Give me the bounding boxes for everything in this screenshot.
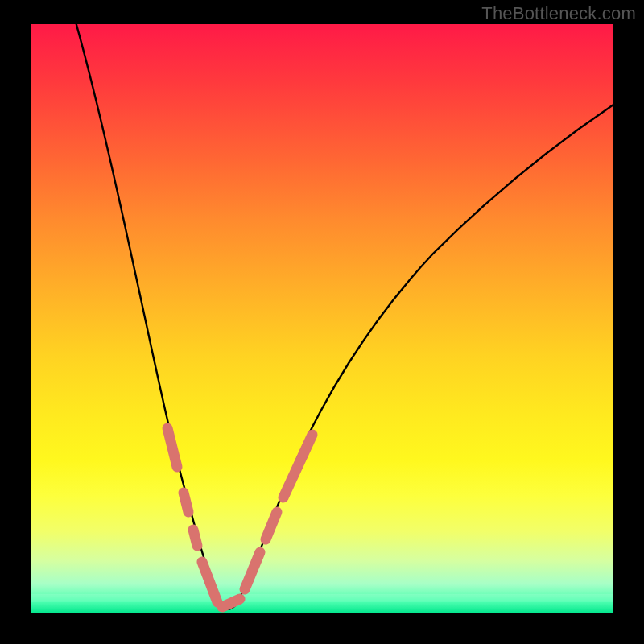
marker-seg-8: [283, 435, 312, 497]
marker-seg-2: [184, 493, 188, 512]
marker-seg-6: [245, 552, 260, 589]
curve-layer: [31, 24, 613, 613]
chart-frame: TheBottleneck.com: [0, 0, 644, 644]
bottleneck-curve: [67, 24, 613, 609]
marker-seg-1: [167, 428, 177, 467]
watermark-text: TheBottleneck.com: [481, 3, 636, 24]
marker-seg-3: [193, 530, 197, 546]
marker-seg-5: [222, 599, 240, 607]
marker-seg-7: [266, 512, 277, 539]
marker-seg-4: [202, 562, 217, 602]
